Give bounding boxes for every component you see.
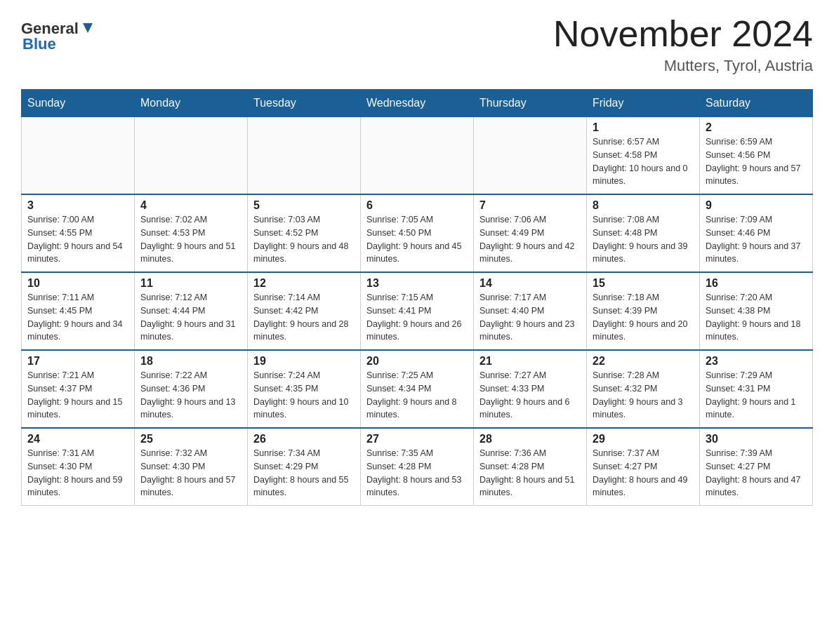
calendar-cell: 25Sunrise: 7:32 AMSunset: 4:30 PMDayligh… — [135, 428, 248, 506]
day-number: 25 — [140, 433, 241, 445]
calendar-cell: 3Sunrise: 7:00 AMSunset: 4:55 PMDaylight… — [22, 194, 135, 272]
calendar-cell: 14Sunrise: 7:17 AMSunset: 4:40 PMDayligh… — [474, 272, 587, 350]
day-number: 16 — [706, 277, 807, 290]
day-number: 14 — [479, 277, 581, 290]
svg-marker-0 — [83, 23, 93, 33]
day-info: Sunrise: 6:57 AMSunset: 4:58 PMDaylight:… — [593, 135, 694, 188]
day-number: 3 — [27, 199, 128, 212]
calendar-cell: 11Sunrise: 7:12 AMSunset: 4:44 PMDayligh… — [135, 272, 248, 350]
calendar-cell: 4Sunrise: 7:02 AMSunset: 4:53 PMDaylight… — [135, 194, 248, 272]
day-info: Sunrise: 7:29 AMSunset: 4:31 PMDaylight:… — [706, 369, 807, 422]
page-header: General Blue November 2024 Mutters, Tyro… — [21, 14, 813, 75]
day-number: 7 — [479, 199, 581, 212]
calendar-week-row: 3Sunrise: 7:00 AMSunset: 4:55 PMDaylight… — [22, 194, 813, 272]
calendar-cell: 6Sunrise: 7:05 AMSunset: 4:50 PMDaylight… — [361, 194, 474, 272]
location-text: Mutters, Tyrol, Austria — [553, 57, 813, 75]
calendar-cell: 15Sunrise: 7:18 AMSunset: 4:39 PMDayligh… — [587, 272, 700, 350]
day-number: 6 — [366, 199, 468, 212]
day-info: Sunrise: 7:25 AMSunset: 4:34 PMDaylight:… — [366, 369, 468, 422]
calendar-week-row: 1Sunrise: 6:57 AMSunset: 4:58 PMDaylight… — [22, 117, 813, 195]
day-info: Sunrise: 7:22 AMSunset: 4:36 PMDaylight:… — [140, 369, 241, 422]
day-info: Sunrise: 7:09 AMSunset: 4:46 PMDaylight:… — [706, 213, 807, 266]
logo-general-text: General — [21, 21, 79, 36]
day-info: Sunrise: 7:06 AMSunset: 4:49 PMDaylight:… — [479, 213, 581, 266]
calendar-table: SundayMondayTuesdayWednesdayThursdayFrid… — [21, 89, 813, 506]
day-info: Sunrise: 7:15 AMSunset: 4:41 PMDaylight:… — [366, 291, 468, 344]
day-number: 15 — [593, 277, 694, 290]
calendar-cell: 22Sunrise: 7:28 AMSunset: 4:32 PMDayligh… — [587, 350, 700, 428]
logo-blue-text: Blue — [22, 36, 56, 52]
day-number: 19 — [253, 355, 355, 368]
calendar-cell: 24Sunrise: 7:31 AMSunset: 4:30 PMDayligh… — [22, 428, 135, 506]
weekday-header-thursday: Thursday — [474, 90, 587, 117]
calendar-cell: 21Sunrise: 7:27 AMSunset: 4:33 PMDayligh… — [474, 350, 587, 428]
calendar-cell: 18Sunrise: 7:22 AMSunset: 4:36 PMDayligh… — [135, 350, 248, 428]
calendar-cell — [135, 117, 248, 195]
calendar-cell: 19Sunrise: 7:24 AMSunset: 4:35 PMDayligh… — [248, 350, 361, 428]
calendar-cell: 13Sunrise: 7:15 AMSunset: 4:41 PMDayligh… — [361, 272, 474, 350]
calendar-cell: 29Sunrise: 7:37 AMSunset: 4:27 PMDayligh… — [587, 428, 700, 506]
day-number: 2 — [706, 121, 807, 134]
day-number: 28 — [479, 433, 581, 445]
calendar-cell: 9Sunrise: 7:09 AMSunset: 4:46 PMDaylight… — [700, 194, 813, 272]
weekday-header-monday: Monday — [135, 90, 248, 117]
day-info: Sunrise: 7:37 AMSunset: 4:27 PMDaylight:… — [593, 447, 694, 499]
calendar-cell — [248, 117, 361, 195]
day-number: 20 — [366, 355, 468, 368]
day-info: Sunrise: 7:34 AMSunset: 4:29 PMDaylight:… — [253, 447, 355, 499]
calendar-cell — [474, 117, 587, 195]
calendar-cell: 17Sunrise: 7:21 AMSunset: 4:37 PMDayligh… — [22, 350, 135, 428]
day-number: 24 — [27, 433, 128, 445]
weekday-header-tuesday: Tuesday — [248, 90, 361, 117]
day-number: 5 — [253, 199, 355, 212]
day-info: Sunrise: 7:02 AMSunset: 4:53 PMDaylight:… — [140, 213, 241, 266]
logo-triangle-icon — [80, 20, 95, 36]
calendar-cell: 10Sunrise: 7:11 AMSunset: 4:45 PMDayligh… — [22, 272, 135, 350]
day-number: 17 — [27, 355, 128, 368]
day-info: Sunrise: 7:21 AMSunset: 4:37 PMDaylight:… — [27, 369, 128, 422]
calendar-cell: 1Sunrise: 6:57 AMSunset: 4:58 PMDaylight… — [587, 117, 700, 195]
calendar-cell: 26Sunrise: 7:34 AMSunset: 4:29 PMDayligh… — [248, 428, 361, 506]
day-info: Sunrise: 7:00 AMSunset: 4:55 PMDaylight:… — [27, 213, 128, 266]
day-info: Sunrise: 7:35 AMSunset: 4:28 PMDaylight:… — [366, 447, 468, 499]
day-info: Sunrise: 7:18 AMSunset: 4:39 PMDaylight:… — [593, 291, 694, 344]
calendar-cell: 27Sunrise: 7:35 AMSunset: 4:28 PMDayligh… — [361, 428, 474, 506]
calendar-cell: 8Sunrise: 7:08 AMSunset: 4:48 PMDaylight… — [587, 194, 700, 272]
calendar-cell — [361, 117, 474, 195]
month-title: November 2024 — [553, 14, 813, 54]
weekday-header-wednesday: Wednesday — [361, 90, 474, 117]
day-number: 10 — [27, 277, 128, 290]
day-info: Sunrise: 7:36 AMSunset: 4:28 PMDaylight:… — [479, 447, 581, 499]
weekday-header-friday: Friday — [587, 90, 700, 117]
day-info: Sunrise: 7:31 AMSunset: 4:30 PMDaylight:… — [27, 447, 128, 499]
calendar-cell: 7Sunrise: 7:06 AMSunset: 4:49 PMDaylight… — [474, 194, 587, 272]
day-info: Sunrise: 7:05 AMSunset: 4:50 PMDaylight:… — [366, 213, 468, 266]
day-number: 18 — [140, 355, 241, 368]
calendar-week-row: 17Sunrise: 7:21 AMSunset: 4:37 PMDayligh… — [22, 350, 813, 428]
calendar-cell: 30Sunrise: 7:39 AMSunset: 4:27 PMDayligh… — [700, 428, 813, 506]
calendar-cell: 28Sunrise: 7:36 AMSunset: 4:28 PMDayligh… — [474, 428, 587, 506]
day-info: Sunrise: 7:32 AMSunset: 4:30 PMDaylight:… — [140, 447, 241, 499]
weekday-header-sunday: Sunday — [22, 90, 135, 117]
day-number: 12 — [253, 277, 355, 290]
day-info: Sunrise: 7:08 AMSunset: 4:48 PMDaylight:… — [593, 213, 694, 266]
day-number: 29 — [593, 433, 694, 445]
calendar-cell: 5Sunrise: 7:03 AMSunset: 4:52 PMDaylight… — [248, 194, 361, 272]
day-number: 22 — [593, 355, 694, 368]
logo: General Blue — [21, 14, 95, 52]
day-number: 26 — [253, 433, 355, 445]
day-info: Sunrise: 7:03 AMSunset: 4:52 PMDaylight:… — [253, 213, 355, 266]
day-info: Sunrise: 7:12 AMSunset: 4:44 PMDaylight:… — [140, 291, 241, 344]
day-info: Sunrise: 7:11 AMSunset: 4:45 PMDaylight:… — [27, 291, 128, 344]
day-info: Sunrise: 7:39 AMSunset: 4:27 PMDaylight:… — [706, 447, 807, 499]
calendar-header-row: SundayMondayTuesdayWednesdayThursdayFrid… — [22, 90, 813, 117]
calendar-cell: 20Sunrise: 7:25 AMSunset: 4:34 PMDayligh… — [361, 350, 474, 428]
day-info: Sunrise: 7:14 AMSunset: 4:42 PMDaylight:… — [253, 291, 355, 344]
day-number: 13 — [366, 277, 468, 290]
calendar-cell: 2Sunrise: 6:59 AMSunset: 4:56 PMDaylight… — [700, 117, 813, 195]
day-info: Sunrise: 7:28 AMSunset: 4:32 PMDaylight:… — [593, 369, 694, 422]
day-number: 1 — [593, 121, 694, 134]
day-number: 30 — [706, 433, 807, 445]
day-number: 23 — [706, 355, 807, 368]
calendar-cell: 23Sunrise: 7:29 AMSunset: 4:31 PMDayligh… — [700, 350, 813, 428]
